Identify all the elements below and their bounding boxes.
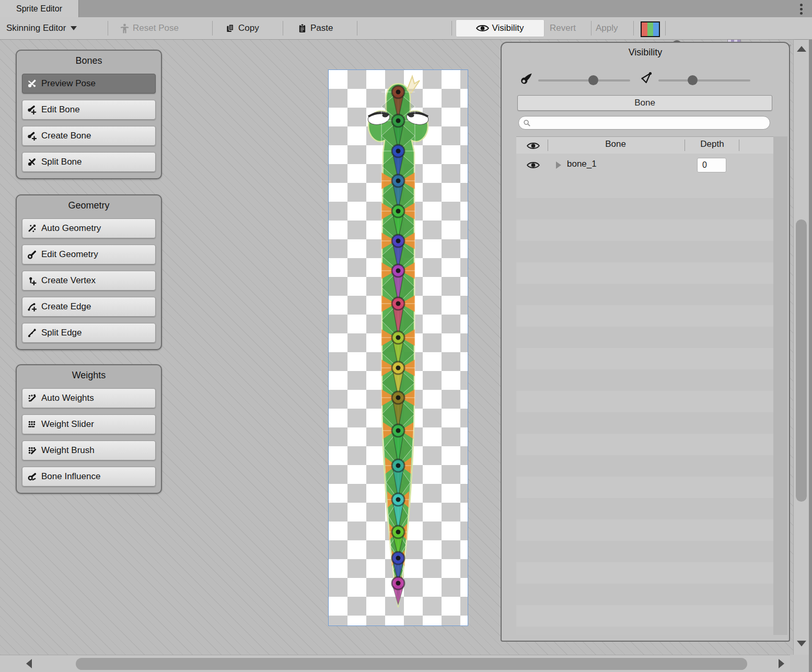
button-create-bone[interactable]: Create Bone <box>22 126 156 146</box>
apply-button[interactable]: Apply <box>596 17 618 39</box>
bone-color-swatch-button[interactable] <box>641 21 660 37</box>
button-label: Auto Geometry <box>41 223 101 234</box>
auto-geometry-icon <box>27 224 37 233</box>
bone-opacity-slider-track[interactable] <box>538 79 630 82</box>
vertical-scrollbar[interactable] <box>793 40 809 655</box>
button-label: Create Vertex <box>41 275 96 286</box>
horizontal-scrollbar[interactable] <box>0 655 790 672</box>
bone-name: bone_1 <box>567 159 597 169</box>
revert-button[interactable]: Revert <box>550 17 576 39</box>
button-create-edge[interactable]: Create Edge <box>22 297 156 317</box>
button-weight-slider[interactable]: Weight Slider <box>22 414 156 434</box>
button-split-bone[interactable]: Split Bone <box>22 152 156 172</box>
button-label: Auto Weights <box>41 393 94 403</box>
button-bone-influence[interactable]: Bone Influence <box>22 467 156 486</box>
bone-tab[interactable]: Bone <box>517 95 772 111</box>
toolbar: Skinning Editor Reset Pose Copy Paste Vi… <box>0 17 812 40</box>
bone-row[interactable]: bone_1 <box>516 154 773 177</box>
weight-brush-icon <box>27 446 37 455</box>
button-label: Preview Pose <box>41 78 96 89</box>
button-label: Split Edge <box>41 328 82 338</box>
preview-pose-icon <box>27 79 37 88</box>
scroll-down-arrow-icon[interactable] <box>797 641 806 646</box>
horizontal-scrollbar-thumb[interactable] <box>76 658 747 670</box>
weight-slider-icon <box>27 420 37 429</box>
skinning-editor-label: Skinning Editor <box>6 23 66 33</box>
scroll-right-arrow-icon[interactable] <box>779 659 784 668</box>
bone-visibility-eye-icon[interactable] <box>527 161 540 169</box>
skinning-editor-dropdown[interactable]: Skinning Editor <box>6 17 77 39</box>
split-edge-icon <box>27 328 37 338</box>
copy-label: Copy <box>238 23 259 33</box>
window-right-edge <box>809 40 812 672</box>
edit-bone-icon <box>27 105 37 114</box>
revert-label: Revert <box>550 23 576 33</box>
bones-panel: Bones Preview PoseEdit BoneCreate BoneSp… <box>16 50 162 179</box>
bone-search-field[interactable] <box>518 116 770 130</box>
column-header-bone[interactable]: Bone <box>548 139 683 149</box>
split-bone-icon <box>27 157 37 167</box>
bone-influence-icon <box>27 472 37 481</box>
reset-pose-button[interactable]: Reset Pose <box>120 17 179 39</box>
bone-opacity-slider-knob[interactable] <box>588 75 598 85</box>
search-input[interactable] <box>534 118 765 128</box>
button-split-edge[interactable]: Split Edge <box>22 323 156 343</box>
sprite-canvas[interactable] <box>328 69 468 626</box>
eye-icon <box>476 24 489 32</box>
button-auto-geometry[interactable]: Auto Geometry <box>22 218 156 238</box>
tab-sprite-editor[interactable]: Sprite Editor <box>0 0 79 17</box>
mesh-opacity-slider-track[interactable] <box>658 79 750 82</box>
visibility-column-eye-icon[interactable] <box>527 142 540 150</box>
create-edge-icon <box>27 302 37 311</box>
scroll-left-arrow-icon[interactable] <box>26 659 32 668</box>
reset-pose-label: Reset Pose <box>133 23 179 33</box>
create-bone-icon <box>27 131 37 141</box>
mesh-opacity-slider-knob[interactable] <box>688 75 698 85</box>
bones-panel-title: Bones <box>17 55 161 66</box>
weights-panel: Weights Auto WeightsWeight SliderWeight … <box>16 364 162 494</box>
bone-list-empty-area <box>516 177 773 635</box>
bone-outline-icon <box>639 71 653 85</box>
edit-geometry-icon <box>27 250 37 259</box>
button-label: Edit Geometry <box>41 249 98 260</box>
geometry-panel: Geometry Auto GeometryEdit GeometryCreat… <box>16 194 162 350</box>
visibility-panel: Visibility Bone Bone Depth bone_1 <box>501 42 790 642</box>
visibility-toggle-button[interactable]: Visibility <box>456 19 544 37</box>
visibility-panel-title: Visibility <box>502 47 789 58</box>
foldout-triangle-icon[interactable] <box>556 161 561 169</box>
column-header-depth[interactable]: Depth <box>687 139 738 149</box>
sprite-mesh-and-bones[interactable] <box>329 70 468 625</box>
window-menu-kebab-icon[interactable] <box>799 2 803 16</box>
tab-bar: Sprite Editor <box>0 0 812 18</box>
bone-list-gutter <box>773 136 787 635</box>
button-preview-pose[interactable]: Preview Pose <box>22 74 156 94</box>
create-vertex-icon <box>27 276 37 285</box>
paste-icon <box>298 24 307 33</box>
button-create-vertex[interactable]: Create Vertex <box>22 271 156 291</box>
apply-label: Apply <box>596 23 618 33</box>
button-weight-brush[interactable]: Weight Brush <box>22 441 156 460</box>
button-label: Edit Bone <box>41 105 80 115</box>
copy-button[interactable]: Copy <box>226 17 259 39</box>
depth-input[interactable] <box>697 158 726 172</box>
person-icon <box>120 24 129 33</box>
button-edit-bone[interactable]: Edit Bone <box>22 100 156 120</box>
copy-icon <box>226 24 235 33</box>
weights-panel-title: Weights <box>17 370 161 381</box>
button-label: Weight Brush <box>41 445 95 456</box>
button-label: Weight Slider <box>41 419 94 430</box>
button-label: Create Edge <box>41 302 91 312</box>
button-edit-geometry[interactable]: Edit Geometry <box>22 245 156 264</box>
button-label: Bone Influence <box>41 471 100 482</box>
paste-label: Paste <box>310 23 333 33</box>
chevron-down-icon <box>71 26 77 30</box>
button-auto-weights[interactable]: Auto Weights <box>22 388 156 408</box>
button-label: Split Bone <box>41 157 82 167</box>
visibility-label: Visibility <box>492 23 524 33</box>
button-label: Create Bone <box>41 131 91 141</box>
vertical-scrollbar-thumb[interactable] <box>796 219 807 502</box>
paste-button[interactable]: Paste <box>298 17 333 39</box>
geometry-panel-title: Geometry <box>17 200 161 211</box>
scroll-up-arrow-icon[interactable] <box>797 46 806 52</box>
bone-filled-icon <box>519 72 533 86</box>
